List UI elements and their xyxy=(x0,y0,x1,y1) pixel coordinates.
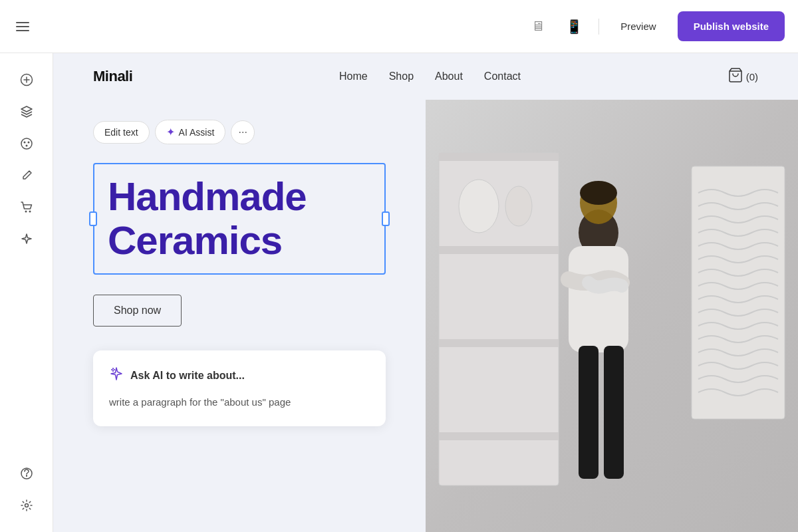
svg-rect-17 xyxy=(439,432,559,440)
preview-button[interactable]: Preview xyxy=(610,15,666,37)
ai-panel-input[interactable]: write a paragraph for the "about us" pag… xyxy=(109,395,370,410)
canvas-area: Minali Home Shop About Contact xyxy=(53,53,798,532)
main-layout: Minali Home Shop About Contact xyxy=(0,53,798,532)
ai-sparkle-icon: ✦ xyxy=(166,126,175,138)
menu-icon[interactable] xyxy=(13,19,32,34)
hero-title-line1: Handmade xyxy=(108,174,307,219)
ai-panel: Ask AI to write about... write a paragra… xyxy=(93,350,386,426)
sparkle-icon[interactable] xyxy=(13,226,40,253)
hero-title-line2: Ceramics xyxy=(108,218,282,263)
ai-panel-header: Ask AI to write about... xyxy=(109,366,370,384)
nav-about[interactable]: About xyxy=(435,70,463,82)
hero-right xyxy=(426,100,798,532)
svg-point-6 xyxy=(25,145,27,147)
svg-point-4 xyxy=(23,142,25,144)
more-options-button[interactable]: ··· xyxy=(231,120,255,144)
site-header: Minali Home Shop About Contact xyxy=(53,53,798,100)
shop-now-button[interactable]: Shop now xyxy=(93,295,182,327)
sidebar-bottom xyxy=(13,460,40,519)
svg-rect-16 xyxy=(439,339,559,347)
svg-point-5 xyxy=(27,142,29,144)
ai-panel-sparkle-icon xyxy=(109,366,124,384)
svg-rect-15 xyxy=(439,246,559,254)
hero-title: Handmade Ceramics xyxy=(108,175,371,263)
resize-handle-left[interactable] xyxy=(89,211,97,226)
resize-handle-right[interactable] xyxy=(382,211,390,226)
svg-point-10 xyxy=(25,504,28,507)
top-bar-left xyxy=(13,19,32,34)
site-nav: Home Shop About Contact xyxy=(339,70,521,82)
tablet-icon[interactable]: 📱 xyxy=(561,16,588,37)
cart-count: (0) xyxy=(746,71,758,82)
top-bar: 🖥 📱 Preview Publish website xyxy=(0,0,798,53)
layers-icon[interactable] xyxy=(13,98,40,125)
svg-point-8 xyxy=(29,211,31,213)
top-bar-center: 🖥 📱 Preview Publish website xyxy=(526,11,785,41)
nav-home[interactable]: Home xyxy=(339,70,368,82)
hero-section: Edit text ✦ AI Assist ··· Handmade Ceram… xyxy=(53,100,798,532)
svg-rect-26 xyxy=(604,346,624,479)
cart-icon-area[interactable]: (0) xyxy=(728,67,758,86)
hero-title-box[interactable]: Handmade Ceramics xyxy=(93,163,386,275)
cart-bag-icon xyxy=(728,67,743,86)
cart-icon[interactable] xyxy=(13,194,40,221)
publish-button[interactable]: Publish website xyxy=(678,11,785,41)
help-icon[interactable] xyxy=(13,460,40,487)
ai-assist-button[interactable]: ✦ AI Assist xyxy=(155,120,226,144)
divider xyxy=(598,19,599,35)
palette-icon[interactable] xyxy=(13,130,40,157)
edit-text-button[interactable]: Edit text xyxy=(93,121,150,144)
sidebar-top xyxy=(13,66,40,253)
svg-rect-25 xyxy=(579,346,598,479)
nav-contact[interactable]: Contact xyxy=(484,70,521,82)
svg-point-19 xyxy=(505,186,532,226)
left-sidebar xyxy=(0,53,53,532)
svg-point-23 xyxy=(580,181,617,205)
svg-point-7 xyxy=(25,211,27,213)
site-logo: Minali xyxy=(93,68,132,85)
settings-icon[interactable] xyxy=(13,492,40,519)
edit-toolbar: Edit text ✦ AI Assist ··· xyxy=(93,120,386,144)
svg-point-3 xyxy=(21,138,32,149)
hero-image xyxy=(426,100,798,532)
add-icon[interactable] xyxy=(13,66,40,93)
hero-left: Edit text ✦ AI Assist ··· Handmade Ceram… xyxy=(53,100,426,532)
ai-panel-title: Ask AI to write about... xyxy=(130,370,245,382)
svg-point-18 xyxy=(459,180,499,233)
desktop-icon[interactable]: 🖥 xyxy=(526,16,550,37)
website-canvas: Minali Home Shop About Contact xyxy=(53,53,798,532)
nav-shop[interactable]: Shop xyxy=(389,70,414,82)
edit-icon[interactable] xyxy=(13,162,40,189)
svg-rect-14 xyxy=(439,153,559,161)
ai-assist-label: AI Assist xyxy=(179,127,215,138)
svg-rect-24 xyxy=(569,246,628,352)
